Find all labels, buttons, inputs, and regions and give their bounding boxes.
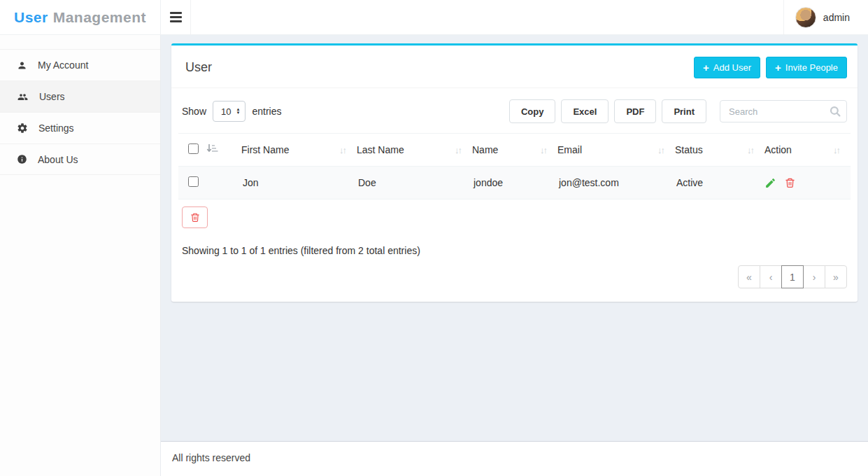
- pdf-button[interactable]: PDF: [614, 99, 656, 123]
- users-icon: [17, 92, 29, 102]
- pagination-first-button[interactable]: «: [738, 265, 760, 288]
- table-row: Jon Doe jondoe jon@test.com Active: [178, 167, 851, 200]
- entries-label: entries: [252, 106, 281, 117]
- card-header: User + Add User + Invite People: [171, 46, 858, 88]
- sidebar-item-label: Users: [39, 91, 65, 102]
- info-icon: [17, 154, 27, 164]
- column-header-id-sort[interactable]: [206, 134, 241, 167]
- sidebar-toggle-button[interactable]: [161, 0, 191, 34]
- sort-icon: ↓↑: [743, 145, 753, 155]
- logo-part-user: User: [14, 9, 48, 26]
- column-header-action[interactable]: Action↓↑: [764, 134, 851, 167]
- copy-button[interactable]: Copy: [509, 99, 556, 123]
- page-size-select[interactable]: 10 ▲▼: [213, 101, 246, 122]
- first-name-cell: Jon: [241, 167, 357, 200]
- sort-icon: ↓↑: [653, 145, 664, 155]
- sort-amount-asc-icon: [206, 144, 218, 154]
- plus-icon: +: [703, 64, 709, 72]
- user-icon: [17, 60, 27, 71]
- pagination-next-button[interactable]: ›: [803, 265, 825, 288]
- pagination-page-1-button[interactable]: 1: [781, 265, 804, 288]
- user-menu[interactable]: admin: [783, 0, 868, 34]
- select-spinner-icon: ▲▼: [236, 108, 241, 115]
- row-checkbox[interactable]: [188, 176, 199, 187]
- footer: All rights reserved: [161, 441, 868, 476]
- select-all-checkbox[interactable]: [188, 144, 199, 154]
- column-header-status[interactable]: Status↓↑: [675, 134, 764, 167]
- app-logo[interactable]: User Management: [0, 0, 161, 34]
- content-area: User + Add User + Invite People Show 10: [161, 0, 868, 302]
- copyright-text: All rights reserved: [172, 452, 250, 463]
- export-buttons: Copy Excel PDF Print: [509, 99, 706, 123]
- navbar-spacer: [191, 0, 783, 34]
- column-header-last-name[interactable]: Last Name↓↑: [357, 134, 472, 167]
- logo-part-management: Management: [53, 9, 146, 26]
- pagination: « ‹ 1 › »: [739, 265, 847, 288]
- trash-icon: [785, 177, 795, 188]
- row-id-cell: [206, 167, 241, 200]
- edit-row-button[interactable]: [764, 177, 776, 189]
- sidebar-item-my-account[interactable]: My Account: [0, 49, 160, 80]
- column-header-first-name[interactable]: First Name↓↑: [241, 134, 357, 167]
- page-size-value: 10: [221, 106, 231, 117]
- pagination-last-button[interactable]: »: [825, 265, 847, 288]
- sort-icon: ↓↑: [450, 145, 461, 155]
- sidebar-item-label: About Us: [38, 154, 78, 165]
- sidebar-item-users[interactable]: Users: [0, 80, 160, 112]
- print-button[interactable]: Print: [662, 99, 706, 123]
- table-controls: Show 10 ▲▼ entries Copy Excel PDF Print: [178, 95, 851, 133]
- bulk-delete-button[interactable]: [182, 206, 208, 228]
- delete-row-button[interactable]: [785, 177, 795, 188]
- sort-icon: ↓↑: [335, 145, 346, 155]
- user-card: User + Add User + Invite People Show 10: [171, 43, 858, 302]
- table-summary: Showing 1 to 1 of 1 entries (filtered fr…: [178, 228, 851, 256]
- search-box: [720, 100, 847, 122]
- plus-icon: +: [775, 64, 781, 72]
- sidebar-item-label: Settings: [38, 122, 74, 134]
- sort-icon: ↓↑: [536, 145, 546, 155]
- excel-button[interactable]: Excel: [561, 99, 609, 123]
- hamburger-icon: [170, 12, 182, 14]
- email-cell: jon@test.com: [557, 167, 675, 200]
- search-icon: [829, 105, 841, 118]
- top-navbar: User Management admin: [0, 0, 868, 35]
- pagination-prev-button[interactable]: ‹: [760, 265, 782, 288]
- name-cell: jondoe: [472, 167, 557, 200]
- search-input[interactable]: [720, 100, 847, 122]
- row-actions: [764, 177, 851, 189]
- status-cell: Active: [675, 167, 764, 200]
- page-length-control: Show 10 ▲▼ entries: [182, 101, 281, 122]
- trash-icon: [190, 212, 200, 223]
- username-label: admin: [823, 12, 850, 23]
- sort-icon: ↓↑: [829, 145, 839, 155]
- table-header-row: First Name↓↑ Last Name↓↑ Name↓↑ Email↓↑: [178, 134, 851, 167]
- sidebar: My Account Users Settings About Us: [0, 35, 161, 476]
- sidebar-item-settings[interactable]: Settings: [0, 112, 160, 144]
- column-header-name[interactable]: Name↓↑: [472, 134, 557, 167]
- last-name-cell: Doe: [357, 167, 472, 200]
- card-body: Show 10 ▲▼ entries Copy Excel PDF Print: [171, 88, 858, 302]
- pagination-row: « ‹ 1 › »: [178, 256, 851, 290]
- invite-people-button[interactable]: + Invite People: [766, 57, 847, 78]
- edit-pencil-icon: [764, 177, 776, 189]
- sidebar-item-about-us[interactable]: About Us: [0, 144, 160, 175]
- gears-icon: [17, 122, 28, 134]
- header-actions: + Add User + Invite People: [694, 57, 847, 78]
- show-label: Show: [182, 106, 206, 117]
- sidebar-item-label: My Account: [38, 59, 88, 71]
- column-header-email[interactable]: Email↓↑: [557, 134, 675, 167]
- users-table: First Name↓↑ Last Name↓↑ Name↓↑ Email↓↑: [178, 133, 851, 200]
- add-user-button[interactable]: + Add User: [694, 57, 760, 78]
- avatar: [795, 7, 816, 28]
- page-title: User: [185, 60, 212, 75]
